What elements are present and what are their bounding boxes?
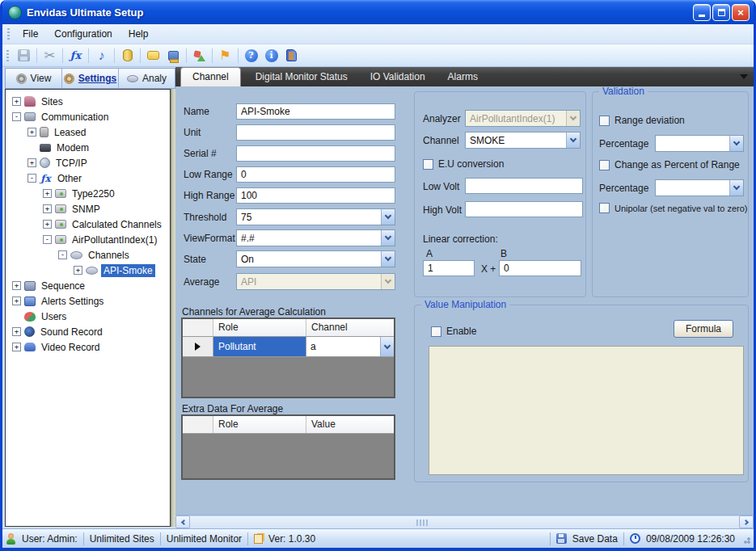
expand-icon[interactable]: + — [12, 343, 21, 351]
sound-button[interactable]: ♪ — [91, 46, 112, 65]
tree-item-sequence[interactable]: +Sequence — [6, 278, 170, 293]
change-percent-checkbox[interactable] — [599, 160, 610, 170]
viewformat-select[interactable]: #.# — [236, 229, 395, 246]
save-button[interactable] — [14, 46, 34, 65]
tree-item-modem[interactable]: Modem — [6, 140, 170, 155]
tree-item-leased[interactable]: +Leased — [6, 124, 170, 140]
close-button[interactable]: × — [732, 4, 750, 21]
tree-item-snmp[interactable]: +SNMP — [6, 201, 170, 217]
low-volt-input[interactable] — [465, 178, 583, 194]
expand-icon[interactable]: + — [27, 128, 36, 137]
tree-item-airpollutantindex[interactable]: -AirPollutantIndex(1) — [6, 232, 170, 247]
tree-item-communication[interactable]: -Communication — [6, 109, 170, 124]
tree-item-sites[interactable]: +Sites — [6, 94, 170, 109]
dropdown-button[interactable] — [380, 337, 394, 356]
comment-button[interactable] — [143, 46, 163, 65]
menu-grip[interactable] — [7, 28, 10, 40]
threshold-select[interactable]: 75 — [236, 208, 395, 225]
tree-item-alerts-settings[interactable]: +Alerts Settings — [6, 293, 170, 309]
name-input[interactable] — [236, 103, 395, 120]
tree-item-video-record[interactable]: +Video Record — [6, 339, 170, 355]
collapse-icon[interactable]: - — [12, 112, 21, 121]
percentage1-select[interactable] — [655, 135, 744, 152]
dropdown-button[interactable] — [381, 230, 395, 246]
state-select[interactable]: On — [236, 250, 395, 267]
menu-configuration[interactable]: Configuration — [46, 25, 120, 43]
resize-grip[interactable] — [741, 534, 750, 544]
expand-icon[interactable]: + — [12, 97, 21, 106]
tab-overflow-icon[interactable] — [740, 74, 748, 79]
range-deviation-checkbox[interactable] — [599, 116, 610, 126]
tab-alarms[interactable]: Alarms — [437, 68, 489, 86]
eu-conversion-checkbox[interactable] — [423, 159, 433, 170]
role-column-header[interactable]: Role — [213, 319, 306, 336]
role-column-header[interactable]: Role — [213, 416, 306, 433]
expand-icon[interactable]: + — [12, 281, 21, 290]
tree-item-tcpip[interactable]: +TCP/IP — [6, 155, 170, 170]
expand-icon[interactable]: + — [74, 266, 82, 275]
tree-item-channels[interactable]: -Channels — [6, 247, 170, 263]
flag-button[interactable]: ⚑ — [215, 46, 235, 65]
tree-item-type2250[interactable]: +Type2250 — [6, 186, 170, 201]
server-button[interactable] — [163, 46, 184, 65]
b-input[interactable] — [499, 260, 581, 276]
dropdown-button[interactable] — [381, 209, 395, 225]
scrollbar-grip[interactable] — [416, 519, 429, 526]
tab-analysis[interactable]: Analy — [119, 69, 175, 88]
cut-button[interactable]: ✂ — [40, 46, 60, 65]
function-button[interactable]: ƒx — [65, 46, 86, 65]
expand-icon[interactable]: + — [43, 189, 52, 198]
database-button[interactable] — [117, 46, 137, 65]
expand-icon[interactable]: + — [12, 297, 21, 305]
unipolar-checkbox[interactable] — [599, 203, 610, 213]
role-cell[interactable]: Pollutant — [213, 337, 306, 356]
percentage2-select[interactable] — [655, 179, 744, 196]
a-input[interactable] — [423, 260, 475, 276]
expand-icon[interactable]: + — [12, 327, 21, 336]
collapse-icon[interactable]: - — [27, 174, 36, 183]
tree-item-sound-record[interactable]: +Sound Record — [6, 324, 170, 339]
tree-item-calculated-channels[interactable]: +Calculated Channels — [6, 217, 170, 232]
collapse-icon[interactable]: - — [58, 250, 67, 259]
dropdown-button[interactable] — [729, 180, 743, 196]
high-volt-input[interactable] — [465, 201, 583, 217]
serial-input[interactable] — [236, 145, 395, 162]
help-button[interactable]: ? — [241, 46, 261, 65]
tree-item-users[interactable]: Users — [6, 309, 170, 324]
row-selector[interactable] — [183, 337, 213, 356]
collapse-icon[interactable]: - — [43, 235, 52, 244]
formula-textarea[interactable] — [429, 346, 744, 475]
exit-button[interactable] — [281, 46, 302, 65]
value-column-header[interactable]: Value — [306, 416, 394, 433]
dropdown-button[interactable] — [729, 136, 743, 151]
expand-icon[interactable]: + — [43, 204, 52, 213]
info-button[interactable]: i — [261, 46, 281, 65]
tab-channel[interactable]: Channel — [180, 67, 241, 86]
tree-item-api-smoke[interactable]: +API-Smoke — [6, 263, 170, 278]
maximize-button[interactable] — [712, 4, 730, 21]
tree-item-other[interactable]: -ƒxOther — [6, 170, 170, 186]
channel-cell-select[interactable]: a — [306, 337, 394, 356]
menu-help[interactable]: Help — [120, 25, 157, 43]
channel-column-header[interactable]: Channel — [306, 319, 394, 336]
shapes-button[interactable] — [189, 46, 209, 65]
scroll-right-button[interactable] — [739, 515, 754, 528]
tab-settings[interactable]: Settings — [62, 69, 119, 88]
low-range-input[interactable] — [236, 166, 395, 183]
formula-button[interactable]: Formula — [674, 320, 733, 338]
channel-select[interactable]: SMOKE — [465, 132, 581, 149]
scrollbar-track[interactable] — [190, 515, 739, 528]
tab-io-validation[interactable]: IO Validation — [359, 68, 437, 86]
scroll-left-button[interactable] — [175, 515, 190, 528]
dropdown-button[interactable] — [381, 251, 395, 267]
dropdown-button[interactable] — [566, 132, 580, 148]
expand-icon[interactable]: + — [43, 220, 52, 229]
unit-input[interactable] — [236, 124, 395, 141]
minimize-button[interactable] — [693, 4, 711, 21]
status-save-data[interactable]: Save Data — [572, 533, 618, 545]
high-range-input[interactable] — [236, 187, 395, 204]
toolbar-grip[interactable] — [6, 50, 9, 61]
tab-view[interactable]: View — [6, 69, 62, 88]
tab-digital-monitor-status[interactable]: Digital Monitor Status — [244, 68, 359, 86]
menu-file[interactable]: File — [15, 25, 46, 43]
